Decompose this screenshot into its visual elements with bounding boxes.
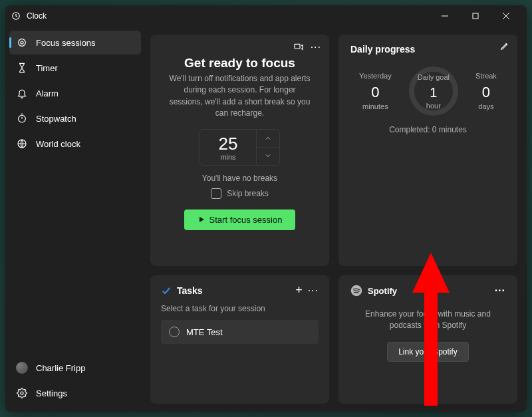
stat-label: Daily goal bbox=[418, 73, 450, 81]
daily-progress-card: Daily progress Yesterday 0 minutes Daily… bbox=[338, 35, 517, 266]
tasks-hint: Select a task for your session bbox=[161, 304, 319, 313]
titlebar: Clock bbox=[5, 5, 527, 27]
target-icon bbox=[16, 37, 28, 49]
svg-rect-2 bbox=[473, 13, 478, 19]
sidebar-item-world-clock[interactable]: World clock bbox=[9, 132, 141, 156]
svg-rect-10 bbox=[295, 44, 300, 49]
add-task-button[interactable]: + bbox=[295, 283, 303, 297]
sidebar-item-label: Focus sessions bbox=[36, 38, 96, 48]
svg-point-6 bbox=[21, 41, 23, 44]
sidebar-item-timer[interactable]: Timer bbox=[9, 56, 141, 80]
link-spotify-button[interactable]: Link your Spotify bbox=[387, 342, 469, 362]
stat-value: 0 bbox=[475, 84, 497, 101]
stat-streak: Streak 0 days bbox=[475, 72, 497, 110]
sidebar-item-focus-sessions[interactable]: Focus sessions bbox=[9, 31, 141, 55]
spotify-icon bbox=[350, 285, 362, 297]
skip-breaks-label: Skip breaks bbox=[227, 189, 269, 198]
link-spotify-label: Link your Spotify bbox=[398, 347, 458, 356]
focus-minutes-value: 25 bbox=[219, 134, 238, 154]
hourglass-icon bbox=[16, 62, 28, 74]
progress-ring: Daily goal 1 hour bbox=[409, 67, 458, 116]
sidebar-item-label: World clock bbox=[36, 139, 80, 149]
sidebar-item-label: Alarm bbox=[36, 88, 59, 98]
settings-label: Settings bbox=[36, 388, 67, 398]
stat-value: 0 bbox=[359, 84, 392, 101]
task-item[interactable]: MTE Test bbox=[161, 320, 319, 344]
sidebar-item-stopwatch[interactable]: Stopwatch bbox=[9, 106, 141, 130]
focus-minutes-label: mins bbox=[220, 153, 235, 161]
decrement-button[interactable] bbox=[257, 147, 279, 164]
focus-description: We'll turn off notifications and app ale… bbox=[162, 73, 317, 120]
user-profile[interactable]: Charlie Fripp bbox=[9, 356, 141, 380]
skip-breaks-option[interactable]: Skip breaks bbox=[211, 188, 269, 199]
completed-text: Completed: 0 minutes bbox=[350, 125, 505, 134]
clock-app-icon bbox=[11, 11, 21, 21]
svg-point-9 bbox=[21, 392, 23, 394]
start-focus-label: Start focus session bbox=[209, 215, 283, 225]
tasks-icon bbox=[161, 285, 172, 296]
stat-yesterday: Yesterday 0 minutes bbox=[359, 72, 392, 110]
stat-unit: days bbox=[475, 102, 497, 110]
stat-label: Yesterday bbox=[359, 72, 392, 80]
globe-icon bbox=[16, 138, 28, 150]
stat-value: 1 bbox=[430, 85, 437, 100]
spotify-card: Spotify ··· Enhance your focus with musi… bbox=[338, 275, 517, 404]
checkbox-icon bbox=[211, 188, 221, 199]
edit-icon[interactable] bbox=[500, 41, 509, 51]
focus-duration: 25 mins bbox=[200, 129, 280, 166]
content: ··· Get ready to focus We'll turn off no… bbox=[145, 27, 527, 412]
svg-point-5 bbox=[19, 39, 26, 47]
focus-title: Get ready to focus bbox=[184, 56, 295, 70]
task-label: MTE Test bbox=[186, 327, 223, 337]
focus-minutes-field[interactable]: 25 mins bbox=[200, 130, 256, 165]
sidebar-item-alarm[interactable]: Alarm bbox=[9, 81, 141, 105]
stat-unit: minutes bbox=[359, 102, 392, 110]
focus-card: ··· Get ready to focus We'll turn off no… bbox=[150, 35, 329, 266]
close-button[interactable] bbox=[491, 5, 521, 27]
minimize-button[interactable] bbox=[430, 5, 460, 27]
spotify-more-icon[interactable]: ··· bbox=[495, 285, 505, 297]
stat-label: Streak bbox=[475, 72, 497, 80]
radio-icon bbox=[169, 327, 180, 337]
start-focus-button[interactable]: Start focus session bbox=[184, 209, 296, 230]
stopwatch-icon bbox=[16, 112, 28, 124]
sidebar-item-label: Timer bbox=[36, 63, 58, 73]
maximize-button[interactable] bbox=[460, 5, 491, 27]
bell-icon bbox=[16, 87, 28, 99]
tasks-more-icon[interactable]: ··· bbox=[308, 285, 319, 297]
tasks-title: Tasks bbox=[177, 285, 203, 296]
sidebar-item-label: Stopwatch bbox=[36, 114, 76, 124]
sidebar: Focus sessions Timer Alarm bbox=[5, 27, 145, 412]
play-icon bbox=[198, 215, 205, 223]
more-icon[interactable]: ··· bbox=[311, 41, 321, 53]
nav: Focus sessions Timer Alarm bbox=[5, 29, 145, 352]
avatar bbox=[16, 362, 28, 374]
spotify-description: Enhance your focus with music and podcas… bbox=[350, 309, 505, 331]
tasks-card: Tasks + ··· Select a task for your sessi… bbox=[150, 275, 329, 404]
settings-item[interactable]: Settings bbox=[9, 381, 141, 405]
gear-icon bbox=[16, 387, 28, 399]
user-name: Charlie Fripp bbox=[36, 363, 85, 373]
compact-view-icon[interactable] bbox=[293, 42, 304, 53]
increment-button[interactable] bbox=[257, 130, 279, 147]
window-title: Clock bbox=[27, 11, 430, 21]
progress-title: Daily progress bbox=[350, 44, 505, 55]
window-controls bbox=[430, 5, 521, 27]
breaks-info: You'll have no breaks bbox=[202, 174, 277, 183]
clock-window: Clock Focus sessions bbox=[5, 5, 527, 412]
spotify-title: Spotify bbox=[368, 286, 397, 296]
sidebar-footer: Charlie Fripp Settings bbox=[5, 352, 145, 409]
stat-unit: hour bbox=[426, 102, 441, 110]
